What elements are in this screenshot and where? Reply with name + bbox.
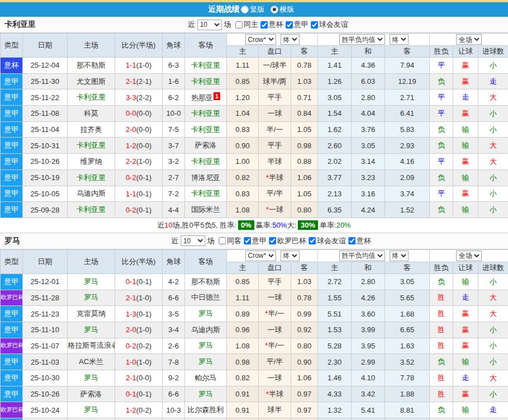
match-count-select[interactable]: 10 [181,235,205,246]
competition-checkbox-label[interactable]: 意杯 [259,20,283,30]
match-filter: 近10场同客意甲欧罗巴杯球会友谊意杯 [169,235,371,246]
match-count-select[interactable]: 10 [197,20,222,30]
odds-final-select[interactable]: 终 [281,251,300,261]
away-team-name[interactable]: 卡利亚里 [191,157,220,166]
home-odds-cell: 0.89 [227,306,259,322]
away-team-name[interactable]: 卡利亚里 [191,61,220,69]
match-filter: 近10场同主意杯意甲球会友谊 [186,20,348,30]
home-team-name[interactable]: 萨索洛 [80,390,102,398]
home-team-name[interactable]: 那不勒斯 [77,61,106,69]
result-handicap-cell-text: 赢 [462,189,469,197]
same-venue-checkbox-label[interactable]: 同主 [234,20,258,30]
layout-radio-vertical[interactable]: 竖版 [241,4,265,15]
result-handicap-cell-text: 走 [462,293,469,301]
avg-away-cell: 5.65 [385,290,430,306]
home-team-name[interactable]: 尤文图斯 [77,77,106,86]
same-venue-checkbox[interactable] [235,21,243,29]
score-cell: 1-1(0-1) [115,186,163,202]
result-goals-cell-text: 小 [490,173,497,182]
away-team-name[interactable]: 那不勒斯 [191,277,220,286]
competition-checkbox-label[interactable]: 欧罗巴杯 [268,236,306,246]
radio-selected-icon[interactable] [270,6,278,13]
home-team-name[interactable]: 格拉斯哥流浪者 [68,341,115,350]
competition-checkbox-label[interactable]: 球会友谊 [310,20,348,30]
avg-type-select[interactable]: 胜平负均值 [339,34,385,45]
score-cell: 2-1(2-1) [115,73,163,89]
avg-final-select[interactable]: 终 [390,34,409,45]
competition-checkbox-label[interactable]: 意杯 [347,236,371,246]
result-wdl-cell-text: 负 [438,141,445,149]
sections-container: 卡利亚里近10场同主意杯意甲球会友谊类型日期主场比分(半场)角球客场Crow*终… [0,17,508,420]
competition-checkbox[interactable] [348,237,355,244]
home-team-name[interactable]: 乌迪内斯 [77,189,106,197]
avg-home-cell: 1.55 [318,290,352,306]
home-team-name[interactable]: 罗马 [84,374,98,382]
home-team-name[interactable]: 卡利亚里 [77,173,106,182]
bookmaker-select[interactable]: Crow* [245,34,276,45]
away-team-name[interactable]: 中日德兰 [191,293,220,301]
competition-checkbox[interactable] [308,237,316,244]
same-venue-checkbox[interactable] [219,237,226,244]
result-goals-cell-text: 小 [490,205,497,214]
home-team-cell: 卡利亚里 [68,138,115,154]
away-team-name[interactable]: 卡利亚里 [191,189,220,197]
away-team-name[interactable]: 卡利亚里 [191,109,220,117]
home-team-cell: AC米兰 [68,354,115,370]
score-cell: 1-2(0-0) [115,138,163,154]
home-team-name[interactable]: 科莫 [84,109,98,117]
halftime-score: (0-0) [136,109,151,117]
table-row: 欧罗巴杯25-10-24罗马1-2(0-2)10-3比尔森胜利0.91球半0.9… [1,402,508,418]
home-team-name[interactable]: 罗马 [84,325,98,334]
scope-select[interactable]: 全场 [456,34,482,45]
away-team-name[interactable]: 国际米兰 [191,205,220,214]
result-handicap-cell: 走 [453,370,478,386]
away-team-name[interactable]: 萨索洛 [195,141,217,149]
home-team-cell: 卡利亚里 [68,202,115,218]
home-team-name[interactable]: 罗马 [84,405,98,414]
handicap-text: 平/半 [267,357,283,366]
competition-checkbox[interactable] [286,21,293,29]
away-team-name[interactable]: 乌迪内斯 [191,325,220,334]
competition-checkbox[interactable] [311,21,318,29]
fulltime-score: 1-3 [126,310,136,318]
radio-unselected-icon[interactable] [241,6,249,13]
away-team-name[interactable]: 罗马 [198,390,213,398]
home-team-name[interactable]: 维罗纳 [80,157,102,166]
away-team-name[interactable]: 罗马 [198,341,213,350]
away-team-name[interactable]: 博洛尼亚 [191,173,220,182]
avg-type-select[interactable]: 胜平负均值 [339,251,385,261]
away-team-name[interactable]: 罗马 [198,357,213,366]
competition-checkbox[interactable] [269,237,276,244]
home-team-name[interactable]: 罗马 [84,293,98,301]
competition-checkbox-label[interactable]: 球会友谊 [307,236,346,246]
competition-checkbox[interactable] [244,237,251,244]
avg-final-select[interactable]: 终 [390,251,409,261]
away-team-name[interactable]: 帕尔马 [195,374,217,382]
scope-select[interactable]: 全场 [456,251,482,261]
away-team-name[interactable]: 罗马 [198,309,213,318]
away-team-name[interactable]: 卡利亚里 [191,77,220,86]
home-team-cell: 罗马 [68,402,115,418]
home-team-name[interactable]: 卡利亚里 [77,141,106,149]
away-team-name[interactable]: 热那亚 [191,93,213,102]
same-venue-checkbox-label[interactable]: 同客 [217,236,241,246]
avg-draw-cell: 6.03 [352,73,385,89]
home-team-name[interactable]: 卡利亚里 [77,93,106,101]
home-team-name[interactable]: 克雷莫纳 [77,309,106,318]
competition-checkbox-label[interactable]: 意甲 [243,236,267,246]
layout-radio-horizontal[interactable]: 横版 [270,4,295,15]
home-team-name[interactable]: 罗马 [84,277,98,286]
result-handicap-cell: 走 [453,290,478,306]
home-team-name[interactable]: 卡利亚里 [77,205,106,214]
odds-final-select[interactable]: 终 [281,34,300,45]
home-team-name[interactable]: 拉齐奥 [80,125,102,134]
home-team-name[interactable]: AC米兰 [79,357,103,366]
result-goals-cell-text: 小 [490,390,497,398]
away-team-name[interactable]: 卡利亚里 [191,125,220,134]
competition-checkbox-label[interactable]: 意甲 [284,20,308,30]
bookmaker-select[interactable]: Crow* [245,251,276,261]
table-row: 意甲25-11-30尤文图斯2-1(2-1)1-6卡利亚里0.85球半/两1.0… [1,73,508,89]
away-team-name[interactable]: 比尔森胜利 [188,405,224,414]
competition-checkbox[interactable] [260,21,268,29]
result-handicap-cell: 赢 [453,106,478,122]
